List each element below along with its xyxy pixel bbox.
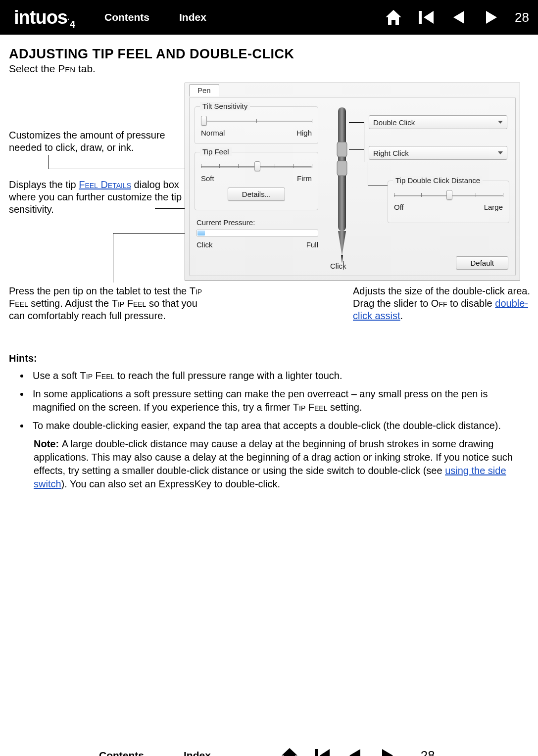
hints-note: Note: A large double-click distance may … [34, 437, 529, 491]
logo: intuos.4 [14, 7, 75, 28]
details-button[interactable]: Details... [228, 188, 285, 201]
pen-illustration [332, 107, 352, 267]
svg-rect-1 [419, 11, 422, 24]
svg-rect-6 [337, 142, 347, 157]
contents-link[interactable]: Contents [104, 11, 149, 23]
svg-rect-7 [337, 161, 347, 176]
next-page-icon[interactable] [378, 747, 397, 756]
svg-marker-13 [349, 749, 360, 756]
current-pressure-label: Current Pressure: [196, 218, 318, 227]
page-number: 28 [515, 10, 529, 25]
svg-marker-14 [382, 749, 393, 756]
chevron-down-icon [498, 151, 503, 154]
callout-details: Displays the tip Feel Details dialog box… [9, 179, 182, 216]
svg-marker-8 [338, 231, 346, 256]
tdc-left-label: Off [394, 203, 404, 211]
tilt-left-label: Normal [201, 129, 225, 137]
default-button[interactable]: Default [456, 256, 508, 270]
callout-current-pressure: Press the pen tip on the tablet to test … [9, 285, 207, 322]
svg-marker-3 [453, 11, 464, 24]
feel-details-link[interactable]: Feel Details [79, 179, 131, 190]
callout-tip-feel: Customizes the amount of pressure needed… [9, 129, 172, 154]
current-pressure-bar [196, 230, 318, 236]
bottom-navbar: Contents Index 28 [0, 738, 538, 756]
page-title: ADJUSTING TIP FEEL AND DOUBLE-CLICK [9, 47, 529, 62]
first-page-icon[interactable] [417, 9, 436, 26]
home-icon[interactable] [280, 747, 299, 756]
index-link-footer[interactable]: Index [184, 750, 211, 756]
tdc-right-label: Large [484, 203, 503, 211]
tip-left-label: Soft [201, 174, 214, 183]
tilt-right-label: High [296, 129, 312, 137]
tab-pen[interactable]: Pen [189, 84, 219, 96]
prev-page-icon[interactable] [449, 9, 468, 26]
chevron-down-icon [498, 121, 503, 124]
svg-rect-11 [315, 749, 318, 756]
lower-button-dropdown[interactable]: Right Click [369, 146, 507, 160]
svg-marker-0 [386, 10, 401, 25]
pen-tip-click-label: Click [330, 262, 346, 270]
callout-double-click-distance: Adjusts the size of the double-click are… [353, 285, 531, 322]
tip-feel-slider[interactable] [201, 164, 312, 170]
hints-title: Hints: [9, 352, 529, 365]
svg-marker-4 [486, 11, 497, 24]
index-link[interactable]: Index [179, 11, 206, 23]
tip-double-click-distance-label: Tip Double Click Distance [393, 176, 483, 185]
next-page-icon[interactable] [482, 9, 501, 26]
tilt-sensitivity-slider[interactable] [201, 119, 312, 125]
top-navbar: intuos.4 Contents Index 28 [0, 0, 538, 35]
hint-item: To make double-clicking easier, expand t… [30, 419, 529, 432]
home-icon[interactable] [384, 9, 403, 26]
page-subtitle: Select the Pen tab. [9, 63, 529, 75]
svg-marker-12 [320, 749, 330, 756]
pen-settings-panel: Pen Tilt Sensitivity Normal High [185, 83, 520, 281]
svg-marker-10 [282, 748, 297, 756]
contents-link-footer[interactable]: Contents [99, 750, 144, 756]
tip-right-label: Firm [297, 174, 312, 183]
cp-right-label: Full [306, 240, 318, 249]
cp-left-label: Click [196, 240, 213, 249]
tilt-sensitivity-label: Tilt Sensitivity [200, 102, 250, 110]
svg-marker-2 [424, 11, 434, 24]
prev-page-icon[interactable] [345, 747, 364, 756]
tip-feel-label: Tip Feel [200, 147, 232, 156]
page-number-footer: 28 [421, 748, 435, 756]
hint-item: In some applications a soft pressure set… [30, 387, 529, 414]
first-page-icon[interactable] [313, 747, 332, 756]
tip-double-click-distance-slider[interactable] [394, 193, 503, 199]
hint-item: Use a soft Tip Feel to reach the full pr… [30, 369, 529, 382]
upper-button-dropdown[interactable]: Double Click [369, 115, 507, 129]
